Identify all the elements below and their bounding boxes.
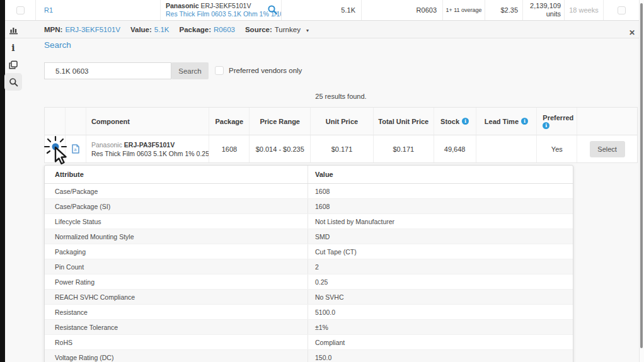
result-component-name: Panasonic ERJ-PA3F5101V: [91, 140, 175, 149]
header-select-col: [45, 108, 66, 135]
attribute-name: Power Rating: [45, 274, 308, 289]
attributes-card: Attribute Value Case/Package 1608 Case/P…: [44, 165, 573, 362]
attribute-name: REACH SVHC Compliance: [45, 290, 308, 304]
value-link[interactable]: 5.1K: [154, 26, 170, 33]
package-label: Package:: [180, 26, 212, 33]
select-button[interactable]: Select: [590, 141, 625, 157]
mpn-link[interactable]: ERJ-3EKF5101V: [65, 26, 120, 33]
stock-header-label: Stock: [440, 118, 459, 125]
attribute-row: Resistance 5100.0: [45, 305, 573, 320]
attribute-name: Case/Package (SI): [45, 199, 308, 213]
attribute-row: Resistance Tolerance ±1%: [45, 320, 573, 335]
attribute-row: Packaging Cut Tape (CT): [45, 244, 573, 259]
bom-manufacturer: Panasonic: [166, 2, 199, 9]
header-action-col: [577, 108, 637, 135]
close-icon[interactable]: ✕: [629, 28, 635, 37]
attribute-name: Normalized Mounting Style: [45, 229, 308, 244]
bar-chart-icon: [9, 26, 18, 35]
bom-row-cell-refdes: R1: [36, 0, 161, 20]
bom-overage: 1+ 11 overage: [446, 7, 481, 13]
preferred-vendors-label: Preferred vendors only: [229, 67, 302, 74]
header-lead-time: Lead Time i: [476, 108, 538, 135]
result-package: 1608: [209, 135, 250, 162]
attributes-header-attribute: Attribute: [45, 166, 308, 183]
attribute-row: Normalized Mounting Style SMD: [45, 229, 573, 244]
bom-row-cell-select: [5, 0, 36, 20]
header-datasheet-col: [66, 108, 86, 135]
lead-time-info-icon[interactable]: i: [521, 118, 528, 125]
results-table-header: Component Package Price Range Unit Price…: [45, 108, 637, 135]
chevron-down-icon: ▾: [306, 28, 309, 33]
result-component-cell[interactable]: Panasonic ERJ-PA3F5101V Res Thick Film 0…: [86, 135, 210, 162]
attribute-name: Packaging: [45, 244, 308, 259]
window-edge: [0, 0, 5, 362]
results-table: Component Package Price Range Unit Price…: [44, 107, 638, 163]
bom-row-cell-package: R0603: [362, 0, 443, 20]
vertical-scrollbar: [639, 0, 644, 362]
attribute-row: REACH SVHC Compliance No SVHC: [45, 290, 573, 305]
results-count: 25 results found.: [44, 93, 638, 100]
sidebar-item-copy[interactable]: [5, 57, 21, 73]
attribute-value: 1608: [308, 199, 573, 213]
result-total-unit-price: $0.171: [374, 135, 434, 162]
copy-icon: [9, 60, 18, 69]
result-mpn: ERJ-PA3F5101V: [124, 141, 175, 149]
attribute-row: Voltage Rating (DC) 150.0: [45, 350, 573, 362]
lead-time-header-label: Lead Time: [485, 118, 519, 125]
value-label: Value:: [130, 26, 152, 33]
bom-row-checkbox[interactable]: [16, 6, 25, 14]
bom-lead-time: 18 weeks: [569, 6, 598, 14]
attribute-name: Pin Count: [45, 259, 308, 274]
bom-row-cell-component: Panasonic ERJ-3EKF5101V Res Thick Film 0…: [161, 0, 282, 20]
source-dropdown[interactable]: Turnkey ▾: [275, 26, 309, 33]
search-button[interactable]: Search: [171, 62, 209, 79]
bom-price: $2.35: [500, 6, 518, 14]
preferred-vendors-checkbox[interactable]: [215, 66, 224, 75]
sidebar-item-chart[interactable]: [5, 22, 21, 38]
attribute-name: Resistance Tolerance: [45, 320, 308, 334]
bom-package: R0603: [417, 6, 437, 14]
header-price-range: Price Range: [250, 108, 311, 135]
result-price-range: $0.014 - $0.235: [250, 135, 311, 162]
source-label: Source:: [245, 26, 272, 33]
preferred-info-icon[interactable]: i: [543, 122, 549, 129]
bom-row-cell-value: 5.1K: [282, 0, 362, 20]
bom-row-flag-checkbox[interactable]: [618, 6, 626, 14]
result-manufacturer: Panasonic: [91, 141, 122, 149]
part-header-bar: MPN: ERJ-3EKF5101V Value: 5.1K Package: …: [5, 21, 644, 38]
scrollbar-thumb[interactable]: [640, 3, 643, 348]
mpn-label: MPN:: [44, 26, 62, 33]
bom-row-cell-stock: 2,139,109 units: [523, 0, 565, 20]
attribute-name: RoHS: [45, 335, 308, 349]
attribute-row: Lifecycle Status Not Listed by Manufactu…: [45, 214, 573, 229]
attribute-row: Pin Count 2: [45, 259, 573, 274]
bom-description-link[interactable]: Res Thick Film 0603 5.1K Ohm 1% 1/10: [166, 10, 282, 18]
sidebar-item-info[interactable]: i: [5, 40, 21, 56]
stock-info-icon[interactable]: i: [462, 118, 469, 125]
package-link[interactable]: R0603: [214, 26, 235, 33]
refdes-link[interactable]: R1: [44, 6, 53, 14]
info-icon: i: [11, 43, 14, 53]
search-input[interactable]: [44, 62, 171, 79]
cursor-arrow-icon: [55, 147, 66, 164]
result-action-cell: Select: [577, 135, 637, 162]
bom-mpn: ERJ-3EKF5101V: [200, 2, 251, 9]
result-preferred: Yes: [537, 135, 577, 162]
bom-row-cell-leadtime: 18 weeks: [565, 0, 604, 20]
bom-row-cell-overage: 1+ 11 overage: [443, 0, 485, 20]
bom-stock-units: units: [546, 10, 561, 18]
attributes-header-value: Value: [308, 166, 573, 183]
attribute-value: 2: [308, 259, 573, 274]
component-search-icon[interactable]: [267, 4, 278, 17]
result-unit-price: $0.171: [311, 135, 374, 162]
attribute-value: 150.0: [308, 350, 573, 362]
result-lead-time: [476, 135, 538, 162]
result-description: Res Thick Film 0603 5.1K Ohm 1% 0.25W(1.…: [91, 149, 210, 158]
bom-row: R1 Panasonic ERJ-3EKF5101V Res Thick Fil…: [5, 0, 639, 21]
header-preferred: Preferred i: [537, 108, 577, 135]
result-row[interactable]: a Panasonic ERJ-PA3F5101V Res Thick Film…: [45, 135, 637, 162]
datasheet-icon[interactable]: a: [72, 144, 79, 154]
bom-component-name: Panasonic ERJ-3EKF5101V: [166, 2, 251, 10]
attribute-row: Case/Package (SI) 1608: [45, 199, 573, 214]
sidebar-item-search[interactable]: [4, 73, 22, 91]
